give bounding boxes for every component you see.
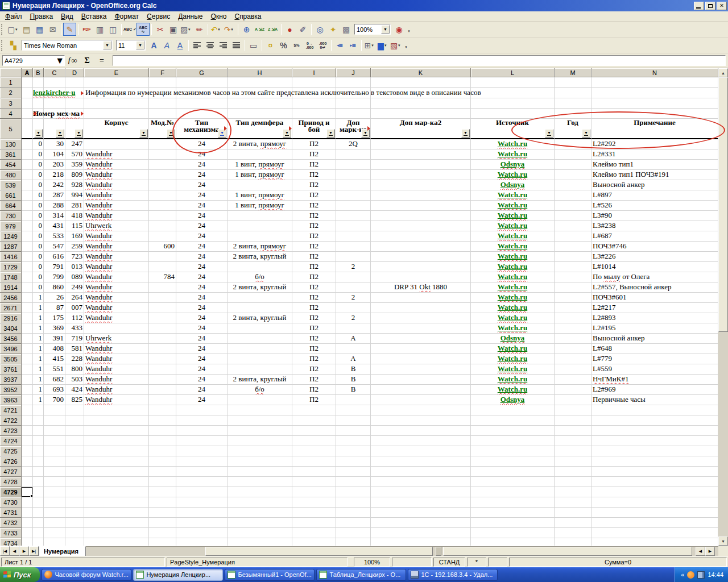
cell[interactable] bbox=[471, 446, 555, 456]
cell[interactable]: Watch.ru bbox=[471, 364, 555, 375]
cell[interactable]: 24 bbox=[176, 323, 228, 334]
cell[interactable]: Odsnya bbox=[471, 395, 555, 405]
cell[interactable]: 0 bbox=[33, 180, 44, 190]
row-header-1249[interactable]: 1249 bbox=[0, 231, 22, 242]
cell[interactable] bbox=[65, 98, 84, 109]
cell[interactable] bbox=[471, 456, 555, 467]
column-header-J[interactable]: J bbox=[336, 68, 371, 77]
cell[interactable]: 26 bbox=[44, 293, 65, 303]
cell[interactable] bbox=[555, 211, 592, 221]
cell[interactable] bbox=[44, 497, 65, 508]
cell[interactable]: 2Q bbox=[336, 139, 371, 149]
cell[interactable] bbox=[555, 139, 592, 149]
cell[interactable]: B bbox=[336, 375, 371, 385]
cell[interactable]: 24 bbox=[176, 344, 228, 354]
cell[interactable] bbox=[555, 170, 592, 180]
cell[interactable] bbox=[65, 467, 84, 477]
cell[interactable]: 1 bbox=[33, 323, 44, 334]
cell[interactable]: Watch.ru bbox=[471, 303, 555, 313]
source-link[interactable]: Watch.ru bbox=[498, 201, 527, 209]
cell[interactable] bbox=[149, 170, 176, 180]
function-wizard-icon[interactable]: ƒ∞ bbox=[66, 55, 78, 66]
row-header-1287[interactable]: 1287 bbox=[0, 242, 22, 252]
cell[interactable]: Wanduhr bbox=[84, 282, 149, 293]
cell[interactable] bbox=[555, 487, 592, 497]
cell[interactable] bbox=[228, 323, 292, 334]
cell[interactable] bbox=[22, 528, 33, 538]
cell[interactable] bbox=[471, 518, 555, 528]
cell[interactable] bbox=[22, 160, 33, 170]
cell[interactable] bbox=[149, 211, 176, 221]
cell[interactable] bbox=[149, 77, 176, 88]
cell[interactable] bbox=[228, 487, 292, 497]
cell[interactable] bbox=[371, 497, 471, 508]
cell[interactable]: П2 bbox=[292, 190, 336, 201]
cell[interactable] bbox=[228, 344, 292, 354]
scroll-right-icon[interactable]: ▶ bbox=[705, 547, 715, 556]
cell[interactable]: 247 bbox=[65, 139, 84, 149]
taskbar-button[interactable]: Безымянный1 - OpenOf... bbox=[225, 569, 315, 581]
menu-item-Правка[interactable]: Правка bbox=[26, 12, 57, 21]
cell[interactable] bbox=[22, 77, 33, 88]
cell[interactable] bbox=[176, 405, 228, 415]
cell[interactable] bbox=[555, 456, 592, 467]
cell[interactable]: 218 bbox=[44, 170, 65, 180]
cell[interactable]: 0 bbox=[33, 252, 44, 262]
select-all-corner[interactable] bbox=[0, 68, 22, 77]
border-color-icon[interactable]: ▧▾ bbox=[390, 39, 403, 52]
row-header-2[interactable]: 2 bbox=[0, 88, 22, 98]
menu-item-Сервис[interactable]: Сервис bbox=[143, 12, 174, 21]
cell[interactable]: 0 bbox=[33, 282, 44, 293]
cell[interactable]: 581 bbox=[65, 344, 84, 354]
dropdown-arrow-icon[interactable]: ▾ bbox=[188, 27, 192, 32]
cell[interactable] bbox=[149, 313, 176, 323]
autofilter-button-C[interactable]: ▼ bbox=[56, 129, 64, 138]
cell[interactable]: Uhrwerk bbox=[84, 221, 149, 231]
cell[interactable]: L2#331 bbox=[592, 149, 718, 160]
cell[interactable] bbox=[149, 497, 176, 508]
cell[interactable] bbox=[22, 221, 33, 231]
cell[interactable]: 2 bbox=[336, 262, 371, 272]
cell[interactable]: L3#238 bbox=[592, 221, 718, 231]
cell[interactable]: Мод.№▼ bbox=[149, 119, 176, 139]
cell[interactable]: 1 bbox=[33, 354, 44, 364]
cell[interactable] bbox=[228, 436, 292, 446]
cell[interactable] bbox=[371, 344, 471, 354]
cell[interactable]: 0 bbox=[33, 262, 44, 272]
cell[interactable]: 24 bbox=[176, 334, 228, 344]
cell[interactable] bbox=[592, 405, 718, 415]
cell[interactable] bbox=[592, 528, 718, 538]
cell[interactable] bbox=[22, 426, 33, 436]
cell[interactable] bbox=[555, 538, 592, 546]
row-header-3505[interactable]: 3505 bbox=[0, 354, 22, 364]
cell[interactable]: Доп мар-ка2▼ bbox=[371, 119, 471, 139]
underline-icon[interactable]: A bbox=[173, 39, 187, 52]
cell[interactable]: B bbox=[336, 364, 371, 375]
cell[interactable]: П2 bbox=[292, 282, 336, 293]
cell[interactable] bbox=[336, 467, 371, 477]
cell[interactable]: Odsnya bbox=[471, 334, 555, 344]
cell[interactable]: B bbox=[336, 385, 371, 395]
cell[interactable]: 24 bbox=[176, 313, 228, 323]
cell[interactable] bbox=[22, 180, 33, 190]
cell[interactable] bbox=[555, 436, 592, 446]
cell[interactable] bbox=[228, 467, 292, 477]
cell[interactable]: Wanduhr bbox=[84, 344, 149, 354]
cell[interactable] bbox=[592, 98, 718, 109]
cell[interactable] bbox=[22, 282, 33, 293]
cell[interactable] bbox=[371, 518, 471, 528]
cell[interactable]: П2 bbox=[292, 334, 336, 344]
cell[interactable] bbox=[33, 426, 44, 436]
source-link[interactable]: Watch.ru bbox=[498, 170, 527, 178]
cell[interactable] bbox=[149, 334, 176, 344]
row-header-4721[interactable]: 4721 bbox=[0, 405, 22, 415]
cell[interactable] bbox=[555, 180, 592, 190]
row-header-730[interactable]: 730 bbox=[0, 211, 22, 221]
pdf-export-icon[interactable]: PDF bbox=[80, 23, 93, 36]
cell[interactable] bbox=[149, 109, 176, 119]
row-header-454[interactable]: 454 bbox=[0, 160, 22, 170]
autofilter-button-D[interactable]: ▼ bbox=[75, 129, 83, 138]
source-link[interactable]: Odsnya bbox=[500, 160, 525, 168]
cell[interactable]: Watch.ru bbox=[471, 354, 555, 364]
cell[interactable] bbox=[84, 456, 149, 467]
